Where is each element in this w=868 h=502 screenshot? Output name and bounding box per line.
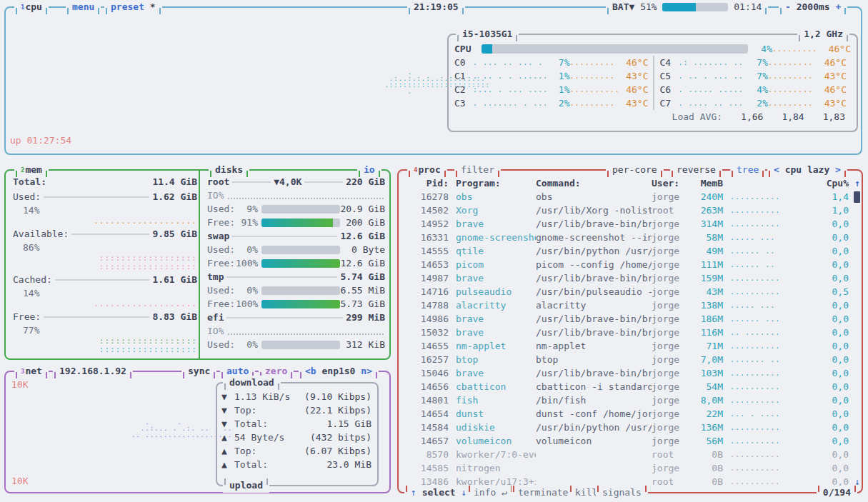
- grid-line: [44, 316, 149, 318]
- menu-button[interactable]: menu: [66, 0, 101, 14]
- net-box-number: 3: [21, 364, 24, 378]
- upload-label: upload: [229, 478, 263, 493]
- mem-box-title[interactable]: 2mem: [14, 163, 49, 177]
- process-row[interactable]: 14555 qtile /usr/bin/python /usr/ jorge …: [400, 244, 860, 258]
- battery-label: BAT: [612, 0, 629, 14]
- proc-tree-toggle[interactable]: tree: [730, 163, 765, 177]
- cpu-stats-box: i5-1035G1 1,2 GHz CPU 4% ......... 46°C …: [447, 34, 858, 132]
- sort-direction-icon[interactable]: ↑: [849, 178, 860, 189]
- memory-box: 2mem disks io Total:11.4 GiBUsed:1.62 Gi…: [4, 169, 391, 360]
- load-avg-15m: 1,83: [823, 111, 845, 122]
- process-row[interactable]: 14952 brave /usr/lib/brave-bin/br jorge …: [400, 217, 860, 231]
- footer-signals-button[interactable]: signals: [596, 486, 648, 500]
- proc-percore-toggle[interactable]: per-core: [606, 163, 664, 177]
- proc-reverse-toggle[interactable]: reverse: [670, 163, 722, 177]
- net-stat-label: Top:: [234, 446, 256, 456]
- disks-title[interactable]: disks: [209, 163, 249, 177]
- process-user: root: [652, 476, 692, 487]
- preset-button[interactable]: preset *: [104, 0, 162, 14]
- process-row[interactable]: 14801 fish /bin/fish jorge 8,0M ........…: [400, 393, 860, 407]
- select-up-icon[interactable]: ↑: [411, 486, 416, 500]
- select-down-icon[interactable]: ↓: [461, 486, 467, 500]
- process-row[interactable]: 8570 kworker/7:0-even root 0B ..........…: [400, 448, 860, 461]
- process-row[interactable]: 14788 alacritty alacritty jorge 138M ...…: [400, 298, 860, 312]
- process-row[interactable]: 14716 pulseaudio /usr/bin/pulseaudio - j…: [400, 285, 860, 298]
- disks-io-toggle[interactable]: io: [357, 163, 381, 177]
- process-row[interactable]: 16331 gnome-screensho gnome-screenshot -…: [400, 231, 860, 244]
- process-user: jorge: [652, 368, 692, 378]
- sort-prev-button[interactable]: <: [774, 163, 779, 177]
- header-command[interactable]: Command:: [536, 178, 652, 189]
- proc-filter-button[interactable]: filter: [454, 163, 501, 177]
- footer-select-control[interactable]: ↑ select ↓: [404, 486, 473, 500]
- mem-entry-label: Free:: [13, 311, 41, 322]
- process-count: 0/194: [817, 486, 857, 500]
- interval-plus-button[interactable]: +: [835, 0, 841, 14]
- header-user[interactable]: User:: [652, 178, 692, 189]
- process-row[interactable]: 14502 Xorg /usr/lib/Xorg -nolist root 26…: [400, 204, 860, 217]
- net-sync-toggle[interactable]: sync: [181, 364, 216, 378]
- disk-usage-row: Used:0%0 Byte: [207, 243, 385, 256]
- header-cpu[interactable]: Cpu%: [773, 178, 849, 189]
- iface-next-button[interactable]: n>: [361, 364, 372, 378]
- header-program[interactable]: Program:: [456, 178, 536, 189]
- border-tick: [376, 372, 379, 378]
- border-tick: [223, 383, 226, 390]
- process-row[interactable]: 16278 obs obs jorge 240M .......... 1,4: [400, 190, 860, 204]
- process-pid: 14585: [404, 463, 449, 473]
- process-pid: 14801: [404, 395, 449, 406]
- process-row[interactable]: 14585 nitrogen jorge 0B .......... 0,0: [400, 461, 860, 475]
- process-pid: 16331: [404, 232, 449, 243]
- proc-box-title[interactable]: 4proc: [407, 163, 447, 177]
- net-stat-row: ▼ 1.13 KiB/s (9.10 Kibps): [221, 390, 371, 403]
- header-pid[interactable]: Pid:: [404, 178, 449, 189]
- footer-terminate-button[interactable]: terminate: [512, 486, 574, 500]
- mem-entry-value: 9.85 GiB: [152, 229, 197, 239]
- proc-sort-selector[interactable]: < cpu lazy >: [767, 163, 847, 177]
- core-row: C3 . ....... . .... .. 2% ......... 43°C: [454, 96, 649, 110]
- process-command: gnome-screenshot --in: [536, 232, 652, 243]
- net-interface-selector[interactable]: <b enp1s0 n>: [299, 364, 379, 378]
- net-box-title[interactable]: 3net: [14, 364, 49, 378]
- process-command: btop: [536, 354, 652, 365]
- menu-label: menu: [72, 0, 94, 14]
- info-label: info: [474, 486, 496, 500]
- process-program: udiskie: [456, 422, 536, 433]
- process-row[interactable]: 15046 brave /usr/lib/brave-bin/br jorge …: [400, 366, 860, 380]
- process-cpu: 1,4: [773, 191, 849, 202]
- process-scroll-gutter[interactable]: [849, 191, 860, 203]
- interval-minus-button[interactable]: -: [785, 0, 791, 14]
- process-program: gnome-screensho: [456, 232, 536, 243]
- disk-io-speed: ▼4,0K: [274, 176, 301, 187]
- process-row[interactable]: 14653 picom picom --config /home/ jorge …: [400, 258, 860, 271]
- iface-prev-button[interactable]: <b: [305, 364, 316, 378]
- net-stat-label: Total:: [234, 459, 268, 470]
- process-row[interactable]: 14657 volumeicon volumeicon jorge 56M ..…: [400, 434, 860, 448]
- sort-next-button[interactable]: >: [835, 163, 841, 177]
- process-row[interactable]: 14655 nm-applet nm-applet jorge 71M ....…: [400, 339, 860, 353]
- process-row[interactable]: 14584 udiskie /usr/bin/python /usr/ jorg…: [400, 421, 860, 434]
- header-mem[interactable]: MemB: [692, 178, 723, 189]
- process-row[interactable]: 14654 dunst dunst -conf /home/jor jorge …: [400, 407, 860, 421]
- process-row[interactable]: 14986 brave /usr/lib/brave-bin/br jorge …: [400, 312, 860, 326]
- process-row[interactable]: 14656 cbatticon cbatticon -i standard jo…: [400, 380, 860, 393]
- download-title: download: [223, 376, 281, 390]
- process-cpu-graph: ...... ..: [723, 247, 773, 255]
- process-mem: 0B: [692, 463, 723, 473]
- process-cpu-graph: ..........: [723, 383, 773, 391]
- net-ip-address: 192.168.1.92: [59, 364, 126, 378]
- border-tick: [606, 171, 609, 177]
- process-cpu: 0,0: [773, 327, 849, 338]
- process-program: brave: [456, 313, 536, 324]
- disk-usage-bar: [261, 300, 340, 308]
- process-mem: 0B: [692, 449, 723, 460]
- process-row[interactable]: 14987 brave /usr/lib/brave-bin/br jorge …: [400, 271, 860, 285]
- border-tick: [719, 171, 722, 177]
- process-row[interactable]: 16257 btop btop jorge 7,0M ....... .. 0,…: [400, 353, 860, 366]
- mem-entry: Used:1.62 GiB14%...................: [13, 190, 197, 226]
- process-row[interactable]: 15032 brave /usr/lib/brave-bin/br jorge …: [400, 326, 860, 339]
- scrollbar-thumb[interactable]: [854, 191, 860, 203]
- footer-info-button[interactable]: info ↵: [467, 486, 514, 500]
- process-program: brave: [456, 368, 536, 378]
- cpu-box-title[interactable]: 1cpu: [14, 0, 49, 14]
